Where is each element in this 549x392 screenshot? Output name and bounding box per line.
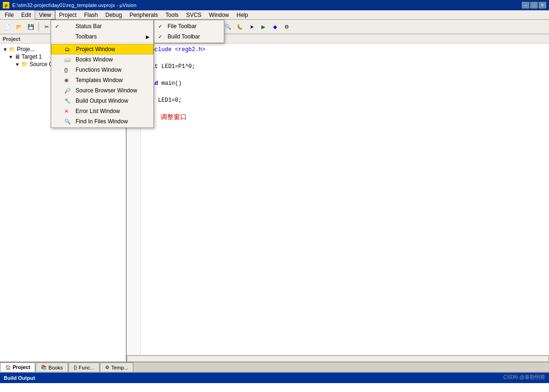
source-group-icon: 📁 (21, 61, 28, 68)
file-toolbar-check: ✓ (158, 23, 165, 30)
tab-tmpl-label: Temp... (111, 365, 128, 370)
build-output-header: Build Output (0, 373, 549, 383)
editor-area: reg_template 1 2 3 4 5 6 7 8 #include <r… (127, 34, 549, 362)
statusbar-check: ✓ (55, 23, 61, 30)
tb-sep-1 (38, 22, 39, 31)
build-output-content (0, 383, 549, 392)
tb-save[interactable]: 💾 (25, 22, 37, 32)
menu-view-find-files[interactable]: 🔍 Find In Files Window (51, 116, 153, 127)
menu-view-toolbars[interactable]: Toolbars ▶ (51, 31, 153, 42)
menu-tools[interactable]: Tools (162, 10, 183, 20)
menu-peripherals[interactable]: Peripherals (126, 10, 162, 20)
build-output-label: Build Output Window (76, 98, 128, 104)
menu-edit[interactable]: Edit (17, 10, 35, 20)
menu-view[interactable]: View (35, 10, 55, 20)
view-menu-dropdown: ✓ Status Bar Toolbars ▶ 🗂 Project Window… (51, 20, 154, 128)
menu-icon-srcbrowser: 🔎 (64, 88, 73, 94)
menu-svcs[interactable]: SVCS (183, 10, 206, 20)
statusbar-label: Status Bar (76, 23, 102, 30)
menu-view-source-browser[interactable]: 🔎 Source Browser Window (51, 85, 153, 96)
watermark: CSDN @泰勒明斯 (503, 374, 545, 381)
error-list-label: Error List Window (76, 108, 120, 114)
tb-debug[interactable]: 🐛 (234, 22, 245, 32)
tab-project[interactable]: 🏠 Project (0, 362, 35, 372)
file-toolbar-label: File Toolbar (168, 23, 197, 30)
toolbars-submenu-arrow: ▶ (146, 34, 150, 39)
menu-bar: File Edit View Project Flash Debug Perip… (0, 10, 549, 20)
panel-title: Project (3, 36, 20, 42)
menu-icon-project: 🗂 (65, 46, 73, 52)
build-toolbar-label: Build Toolbar (168, 33, 200, 40)
tb-settings[interactable]: ⚙ (281, 22, 292, 32)
build-output-panel: Build Output (0, 372, 549, 392)
menu-help[interactable]: Help (233, 10, 252, 20)
project-root-icon: 📁 (9, 46, 15, 53)
menu-file[interactable]: File (1, 10, 17, 20)
functions-window-label: Functions Window (76, 67, 122, 73)
menu-view-project-window[interactable]: 🗂 Project Window (51, 44, 153, 54)
horizontal-scrollbar[interactable] (127, 355, 549, 362)
title-bar: μ E:\stm32-project\day01\reg_template.uv… (0, 0, 549, 10)
tab-books-icon: 📚 (41, 365, 46, 370)
submenu-file-toolbar[interactable]: ✓ File Toolbar (154, 21, 224, 31)
tab-tmpl-icon: ⚙ (105, 365, 109, 370)
scroll-track[interactable] (127, 355, 549, 362)
menu-view-books-window[interactable]: 📖 Books Window (51, 54, 153, 65)
close-button[interactable]: ✕ (539, 2, 546, 8)
project-window-label: Project Window (76, 46, 115, 53)
menu-view-error-list[interactable]: ✕ Error List Window (51, 106, 153, 116)
tb-open[interactable]: 📂 (14, 22, 25, 32)
tab-project-label: Project (13, 364, 30, 370)
window-title: E:\stm32-project\day01\reg_template.uvpr… (12, 2, 522, 8)
window-controls: ─ □ ✕ (522, 2, 546, 8)
tree-root-label: Proje... (17, 46, 35, 53)
code-editor[interactable]: #include <regb2.h> sbit LED1=P1^0; void … (141, 44, 549, 355)
build-output-title: Build Output (4, 375, 35, 381)
tb-blue-icon[interactable]: ◆ (269, 22, 281, 32)
tb-nav-fwd[interactable]: ➤ (246, 22, 257, 32)
app-icon: μ (3, 2, 9, 8)
menu-icon-findfiles: 🔍 (64, 119, 73, 125)
tree-target-label: Target 1 (22, 53, 42, 60)
maximize-button[interactable]: □ (530, 2, 538, 8)
books-window-label: Books Window (76, 56, 113, 63)
menu-icon-errlist: ✕ (64, 108, 73, 114)
submenu-build-toolbar[interactable]: ✓ Build Toolbar (154, 31, 224, 42)
tab-func-icon: {} (74, 365, 77, 370)
toolbars-label: Toolbars (76, 33, 97, 40)
menu-project[interactable]: Project (55, 10, 80, 20)
tb-new[interactable]: 📄 (2, 22, 13, 32)
target-icon: 🖥 (15, 53, 20, 60)
menu-view-templates-window[interactable]: ⊕ Templates Window (51, 75, 153, 85)
menu-icon-buildout: 🔧 (64, 98, 73, 104)
tb-green-icon[interactable]: ▶ (258, 22, 269, 32)
templates-window-label: Templates Window (76, 77, 123, 83)
menu-icon-tmpl: ⊕ (64, 77, 73, 83)
source-browser-label: Source Browser Window (76, 87, 137, 94)
build-toolbar-check: ✓ (158, 34, 165, 40)
tab-functions[interactable]: {} Func... (69, 362, 99, 372)
menu-view-functions-window[interactable]: {} Functions Window (51, 65, 153, 75)
menu-view-build-output[interactable]: 🔧 Build Output Window (51, 96, 153, 106)
menu-icon-func: {} (64, 67, 73, 73)
bottom-panel-tabs: 🏠 Project 📚 Books {} Func... ⚙ Temp... (0, 362, 549, 372)
editor-content[interactable]: 1 2 3 4 5 6 7 8 #include <regb2.h> sbit … (127, 44, 549, 355)
tab-func-label: Func... (79, 365, 95, 370)
menu-icon-books: 📖 (64, 57, 73, 63)
tab-templates[interactable]: ⚙ Temp... (100, 362, 133, 372)
tab-books[interactable]: 📚 Books (36, 362, 68, 372)
menu-separator-1 (51, 43, 153, 43)
menu-window[interactable]: Window (205, 10, 233, 20)
menu-flash[interactable]: Flash (80, 10, 101, 20)
toolbars-submenu: ✓ File Toolbar ✓ Build Toolbar (154, 20, 224, 43)
tab-project-icon: 🏠 (5, 365, 11, 370)
find-files-label: Find In Files Window (76, 118, 128, 125)
tab-books-label: Books (48, 365, 63, 370)
menu-view-statusbar[interactable]: ✓ Status Bar (51, 21, 153, 31)
menu-debug[interactable]: Debug (102, 10, 126, 20)
minimize-button[interactable]: ─ (522, 2, 529, 8)
